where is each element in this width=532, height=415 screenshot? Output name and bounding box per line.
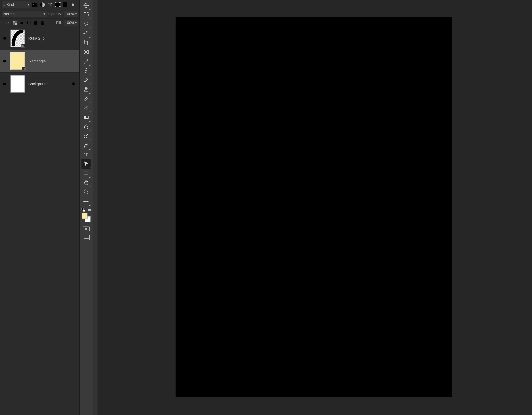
history-brush-tool[interactable] [81,94,91,103]
visibility-toggle-icon[interactable] [2,36,7,41]
filter-smart-icon[interactable] [62,1,69,8]
layer-thumbnail[interactable]: ◫ [10,52,25,70]
svg-rect-24 [84,116,86,119]
path-selection-tool[interactable] [81,159,91,169]
gradient-tool[interactable] [81,113,91,122]
svg-point-16 [4,38,5,39]
default-colors-icon[interactable] [81,208,85,212]
chevron-down-icon [75,21,77,24]
layer-thumbnail[interactable] [10,75,25,93]
chevron-down-icon [28,3,29,7]
lock-position-icon[interactable] [26,20,31,25]
lock-artboard-icon[interactable] [33,20,38,25]
svg-rect-10 [15,21,17,23]
layer-row[interactable]: ▧ Ruka 2_b [0,27,79,50]
svg-point-25 [84,135,87,138]
layer-name[interactable]: Background [28,82,68,86]
search-icon: ⌕ [3,3,5,7]
swatch-controls: ⇄ [81,208,91,212]
brush-tool[interactable] [81,75,91,85]
svg-rect-3 [55,3,60,7]
shape-layer-badge-icon: ◫ [22,67,26,70]
screen-mode-toggle[interactable] [83,235,90,240]
lock-image-icon[interactable] [19,20,24,25]
rectangle-shape-tool[interactable] [81,169,91,178]
filter-pixel-icon[interactable] [31,1,38,8]
filter-toggle-dot[interactable] [69,1,76,8]
svg-rect-9 [13,21,15,23]
fill-label[interactable]: Fill: [56,20,62,25]
layer-row[interactable]: ◫ Rectangle 1 [0,50,79,73]
svg-rect-11 [13,23,15,25]
layer-thumbnail[interactable]: ▧ [10,30,25,47]
marquee-tool[interactable] [81,10,91,19]
fill-value-input[interactable]: 100% [64,19,78,26]
separator [81,207,91,207]
zoom-tool[interactable] [81,187,91,197]
hand-tool[interactable] [81,178,91,187]
blend-mode-select[interactable]: Normal [1,10,47,18]
filter-adjust-icon[interactable] [39,1,46,8]
healing-brush-tool[interactable] [81,66,91,75]
crop-tool[interactable] [81,38,91,47]
dodge-tool[interactable] [81,131,91,141]
frame-tool[interactable] [81,47,91,57]
svg-rect-7 [59,6,61,7]
svg-point-1 [33,4,34,4]
vertical-scrollbar[interactable] [93,0,98,415]
layer-row[interactable]: Background [0,73,79,95]
blend-mode-value: Normal [3,12,16,16]
layer-name[interactable]: Rectangle 1 [29,59,77,63]
svg-rect-14 [35,21,37,22]
foreground-color-swatch[interactable] [82,213,87,219]
layers-panel: ⌕ T Normal Opacity: [0,0,79,415]
visibility-toggle-icon[interactable] [2,82,7,86]
svg-point-27 [84,190,87,193]
swap-colors-icon[interactable]: ⇄ [88,208,91,212]
svg-rect-5 [59,2,61,3]
edit-toolbar-button[interactable]: ••• [81,197,91,206]
svg-rect-12 [15,23,17,25]
magic-wand-tool[interactable] [81,29,91,38]
svg-rect-13 [34,21,37,25]
svg-rect-6 [55,6,56,7]
visibility-toggle-icon[interactable] [2,59,7,63]
opacity-value: 100% [65,12,75,16]
svg-rect-19 [72,83,75,85]
svg-rect-4 [55,2,56,3]
lock-all-icon[interactable] [40,20,45,25]
type-tool[interactable]: T [81,150,91,159]
layer-filter-kind-select[interactable]: ⌕ [1,1,31,8]
svg-point-18 [4,83,5,84]
clone-stamp-tool[interactable] [81,85,91,94]
svg-rect-26 [84,172,88,175]
lock-indicator-icon[interactable] [72,81,77,86]
filter-shape-icon[interactable] [54,1,61,8]
lock-transparency-icon[interactable] [12,20,18,25]
chevron-down-icon [44,12,45,16]
eraser-tool[interactable] [81,103,91,113]
blur-tool[interactable] [81,122,91,131]
lasso-tool[interactable] [81,19,91,29]
filter-type-icon[interactable]: T [47,1,54,8]
svg-point-17 [4,60,5,62]
layer-blend-row: Normal Opacity: 100% [0,9,79,19]
layer-lock-row: Lock: Fill: 100% [0,19,79,27]
opacity-label[interactable]: Opacity: [48,12,62,16]
layer-name[interactable]: Ruka 2_b [28,36,77,41]
toolbar: T ••• ⇄ [79,0,93,415]
svg-rect-15 [41,22,44,25]
artboard[interactable] [176,17,452,397]
fill-value: 100% [65,20,75,25]
layer-list: ▧ Ruka 2_b ◫ Rectangle 1 Background [0,27,79,415]
move-tool[interactable] [81,1,91,10]
layer-filter-row: ⌕ T [0,0,79,9]
lock-label: Lock: [1,20,10,25]
eyedropper-tool[interactable] [81,57,91,66]
filter-kind-input[interactable] [6,2,22,7]
canvas-area[interactable] [93,0,532,415]
smart-object-badge-icon: ▧ [21,44,25,48]
pen-tool[interactable] [81,141,91,150]
quick-mask-toggle[interactable] [83,227,90,231]
opacity-value-input[interactable]: 100% [64,10,78,18]
